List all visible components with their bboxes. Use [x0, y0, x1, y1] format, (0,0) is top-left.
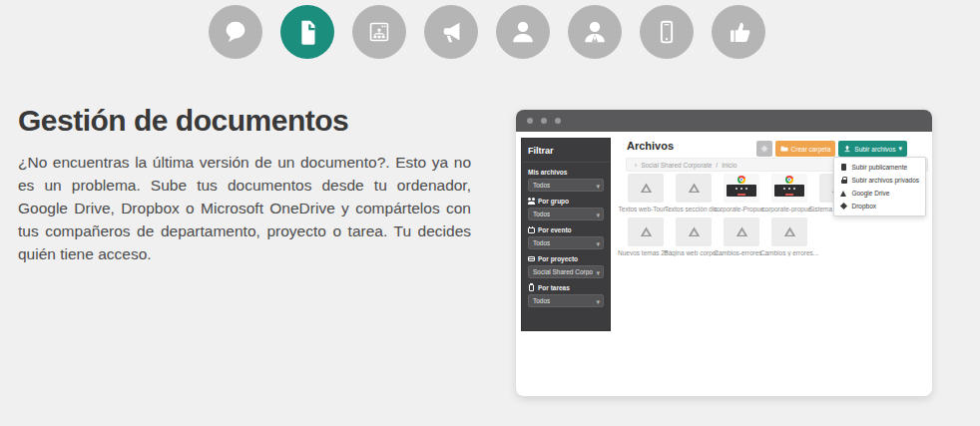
folder-icon — [780, 145, 788, 153]
breadcrumb-separator: / — [716, 162, 718, 169]
sitemap-window-icon — [364, 17, 394, 47]
file-item[interactable]: Cambios-errores ... — [718, 217, 765, 259]
gear-icon — [760, 145, 768, 153]
project-icon — [528, 255, 535, 262]
feature-section: Gestión de documentos ¿No encuentras la … — [0, 0, 980, 426]
sidebar-title: Filtrar — [522, 139, 610, 163]
breadcrumb-item[interactable]: Inicio — [722, 162, 736, 169]
feature-likes-button[interactable] — [712, 5, 765, 59]
chevron-down-icon: ▾ — [596, 296, 600, 307]
filter-dropdown-value: Todos — [533, 239, 550, 246]
window-dot-icon — [527, 118, 533, 124]
file-item[interactable]: Textos web-Tour-... — [622, 174, 670, 215]
group-icon — [528, 198, 535, 205]
settings-button[interactable] — [756, 141, 772, 157]
file-item[interactable]: corporate-propue... — [765, 174, 813, 215]
chevron-down-icon: ▾ — [596, 210, 600, 220]
sidebar-sections: Mis archivos Todos ▾ Por grupo Todos ▾ P… — [522, 169, 610, 307]
chrome-logo-icon — [785, 176, 793, 184]
chevron-down-icon: ▾ — [596, 238, 600, 249]
upload-menu-item[interactable]: Subir publicamente — [834, 161, 925, 174]
feature-user-button[interactable] — [496, 5, 550, 59]
google-drive-file-icon — [687, 181, 702, 196]
gdrive-icon — [840, 190, 847, 198]
document-icon — [292, 17, 322, 47]
filter-section-label: Mis archivos — [528, 169, 604, 176]
calendar-icon — [528, 226, 535, 233]
thumbs-up-icon — [724, 17, 753, 47]
breadcrumb-item[interactable]: Social Shared Corporate — [641, 162, 712, 169]
megaphone-icon — [436, 17, 466, 47]
file-item[interactable]: Nuevos temas 25... — [622, 217, 670, 259]
file-name: Cambios y errores... — [759, 249, 819, 256]
file-item[interactable]: corporate-Propue... — [718, 174, 765, 215]
filter-dropdown[interactable]: Todos ▾ — [528, 179, 604, 192]
feature-documents-button[interactable] — [280, 5, 334, 59]
dropbox-icon — [840, 203, 847, 211]
user-tie-icon — [580, 17, 610, 47]
filter-dropdown-value: Todos — [533, 211, 550, 217]
file-icon — [840, 164, 847, 172]
mobile-phone-icon — [652, 17, 682, 47]
file-tile — [771, 217, 807, 246]
file-tile — [771, 174, 807, 203]
files-toolbar: Crear carpeta Subir archivos ▾ — [756, 141, 907, 157]
page-title: Gestión de documentos — [18, 104, 348, 138]
filter-dropdown-value: Todos — [533, 182, 550, 189]
filter-section: Por proyecto Social Shared Corporate ▾ — [522, 255, 610, 278]
chevron-down-icon: ▾ — [898, 145, 902, 153]
filter-section: Por evento Todos ▾ — [522, 226, 610, 249]
filter-dropdown-value: Todos — [533, 297, 550, 304]
file-tile — [676, 174, 712, 203]
create-folder-button[interactable]: Crear carpeta — [775, 141, 836, 157]
file-item[interactable]: Textos sección dis... — [670, 174, 718, 215]
filter-section: Por grupo Todos ▾ — [522, 198, 610, 220]
filter-section-label: Por grupo — [528, 198, 604, 205]
breadcrumb-chevron-icon: › — [635, 162, 637, 169]
filter-section-label: Por evento — [528, 226, 604, 233]
filter-section-label: Por proyecto — [528, 255, 604, 262]
file-grid-row: Nuevos temas 25... Página web corpor... … — [622, 217, 813, 259]
feature-announcements-button[interactable] — [424, 5, 478, 59]
file-item[interactable]: Página web corpor... — [670, 217, 718, 259]
window-titlebar — [516, 110, 932, 132]
google-drive-file-icon — [639, 181, 654, 196]
filter-dropdown[interactable]: Todos ▾ — [528, 208, 604, 220]
chevron-down-icon: ▾ — [596, 181, 600, 192]
feature-sitemap-button[interactable] — [352, 5, 406, 59]
chevron-down-icon: ▾ — [596, 267, 600, 278]
filter-section: Mis archivos Todos ▾ — [522, 169, 610, 192]
file-item[interactable]: Cambios y errores... — [765, 217, 813, 259]
file-tile — [628, 217, 664, 246]
filter-section-label: Por tareas — [528, 284, 604, 291]
upload-menu-item[interactable]: Dropbox — [834, 200, 925, 213]
file-tile — [724, 174, 759, 203]
create-folder-label: Crear carpeta — [791, 146, 831, 153]
filter-dropdown[interactable]: Todos ▾ — [528, 236, 604, 249]
window-dot-icon — [541, 118, 547, 124]
google-drive-file-icon — [639, 224, 654, 239]
webpage-thumbnail — [724, 174, 759, 203]
upload-menu-item[interactable]: Subir archivos privados — [834, 174, 925, 187]
filter-dropdown-value: Social Shared Corporate — [533, 268, 593, 275]
file-tile — [676, 217, 712, 246]
feature-mobile-button[interactable] — [640, 5, 694, 59]
filter-dropdown[interactable]: Social Shared Corporate ▾ — [528, 265, 604, 278]
chat-bubble-icon — [221, 17, 250, 47]
chrome-logo-icon — [737, 176, 745, 184]
filter-sidebar: Filtrar Mis archivos Todos ▾ Por grupo T… — [521, 138, 611, 331]
upload-files-label: Subir archivos — [854, 146, 895, 153]
tasks-icon — [528, 284, 535, 291]
app-window: Filtrar Mis archivos Todos ▾ Por grupo T… — [516, 110, 932, 396]
webpage-thumbnail — [771, 174, 807, 203]
feature-contacts-button[interactable] — [568, 5, 622, 59]
feature-chat-button[interactable] — [209, 5, 262, 59]
upload-menu-item[interactable]: Google Drive — [834, 187, 925, 200]
upload-dropdown-menu: Subir publicamente Subir archivos privad… — [833, 157, 926, 216]
files-panel-title: Archivos — [627, 140, 674, 152]
google-drive-file-icon — [687, 224, 702, 239]
filter-dropdown[interactable]: Todos ▾ — [528, 294, 604, 307]
feature-nav — [209, 5, 765, 59]
lock-icon — [840, 177, 847, 185]
upload-files-button[interactable]: Subir archivos ▾ — [838, 141, 907, 157]
